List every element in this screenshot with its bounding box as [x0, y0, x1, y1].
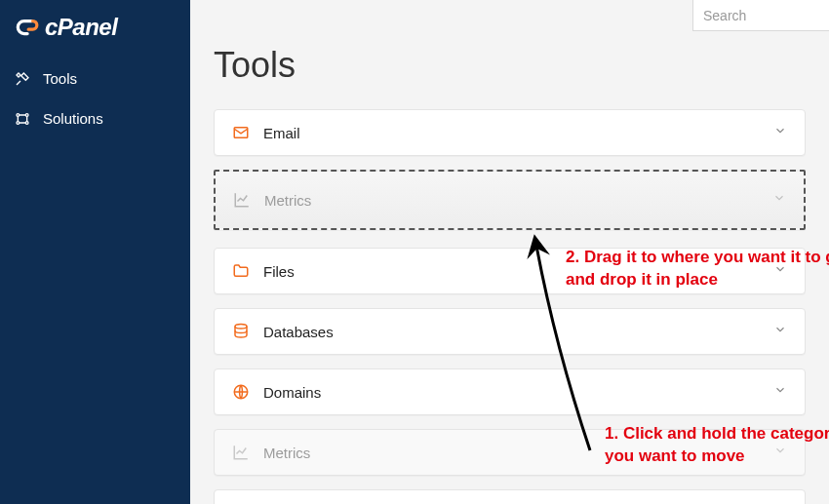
search-input[interactable]	[692, 0, 829, 31]
svg-point-1	[25, 113, 28, 116]
email-icon	[232, 124, 250, 141]
search-container	[692, 0, 829, 31]
category-security[interactable]: Security	[214, 489, 806, 504]
chevron-down-icon	[773, 383, 787, 401]
main-area: Tools Email	[190, 0, 829, 504]
svg-point-3	[25, 121, 28, 124]
svg-point-5	[235, 325, 247, 330]
category-databases[interactable]: Databases	[214, 308, 806, 355]
category-label: Metrics	[264, 192, 311, 209]
category-drop-target[interactable]: Metrics	[214, 170, 806, 230]
chevron-down-icon	[773, 262, 787, 280]
databases-icon	[232, 323, 250, 340]
category-label: Email	[263, 125, 300, 141]
brand-logo: cPanel	[0, 8, 190, 58]
category-label: Domains	[263, 384, 321, 401]
chevron-down-icon	[773, 124, 787, 141]
category-domains[interactable]: Domains	[214, 368, 806, 415]
category-metrics[interactable]: Metrics	[214, 429, 806, 476]
category-files[interactable]: Files	[214, 248, 806, 294]
metrics-icon	[232, 444, 250, 461]
files-icon	[232, 262, 250, 280]
sidebar-item-tools[interactable]: Tools	[0, 58, 190, 98]
category-label: Databases	[263, 324, 334, 340]
sidebar-item-label: Tools	[43, 70, 77, 87]
chevron-down-icon	[773, 323, 787, 340]
domains-icon	[232, 383, 250, 401]
brand-name: cPanel	[45, 14, 117, 41]
svg-point-2	[17, 121, 20, 124]
category-label: Files	[263, 263, 295, 280]
category-email[interactable]: Email	[214, 109, 806, 156]
sidebar-item-solutions[interactable]: Solutions	[0, 98, 190, 138]
category-label: Metrics	[263, 445, 310, 461]
chevron-down-icon	[772, 191, 786, 209]
chevron-down-icon	[773, 444, 787, 461]
sidebar-item-label: Solutions	[43, 110, 103, 127]
svg-point-0	[17, 113, 20, 116]
tools-icon	[14, 71, 31, 87]
metrics-icon	[233, 191, 251, 209]
page-title: Tools	[214, 45, 806, 86]
content: Tools Email	[190, 0, 829, 504]
solutions-icon	[14, 111, 31, 127]
sidebar: cPanel Tools Solutions	[0, 0, 190, 504]
cpanel-icon	[14, 15, 39, 40]
